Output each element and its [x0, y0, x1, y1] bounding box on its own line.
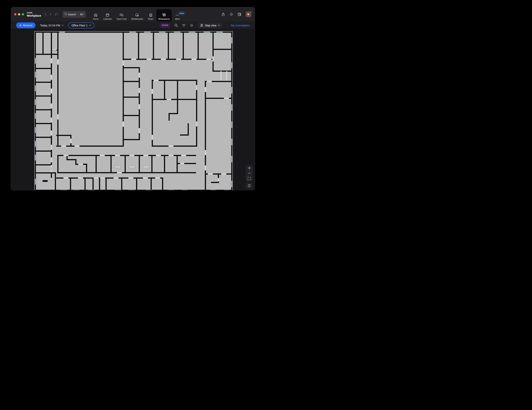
floor-plan-svg[interactable]	[35, 31, 232, 190]
chevron-down-icon	[62, 25, 64, 26]
zoom-out-button[interactable]	[246, 171, 253, 176]
tab-whiteboards[interactable]: Whiteboards	[129, 11, 145, 21]
brand-zoom: zoom	[27, 12, 41, 14]
new-badge: NEW	[178, 12, 186, 15]
tab-notes[interactable]: Notes	[146, 11, 156, 21]
fit-screen-button[interactable]	[246, 176, 253, 181]
admin-badge: ADMIN	[160, 24, 170, 27]
history-icon[interactable]	[55, 13, 58, 16]
notes-icon	[149, 13, 153, 17]
chevron-down-icon	[218, 25, 220, 26]
map-view-dropdown[interactable]: Map view	[198, 22, 222, 28]
refresh-button[interactable]	[246, 182, 253, 189]
datetime-dropdown[interactable]: Today, 01:54 PM	[40, 24, 64, 27]
global-search-input[interactable]: Search ⌘F	[63, 11, 86, 18]
avatar[interactable]: K	[246, 11, 251, 17]
notifications-bell-icon[interactable]	[229, 12, 233, 16]
home-icon	[94, 13, 98, 17]
tab-home[interactable]: Home	[91, 11, 101, 21]
window-controls	[14, 13, 24, 16]
filter-icon[interactable]	[182, 24, 186, 27]
schedule-calendar-icon[interactable]	[237, 12, 242, 16]
map-pin-icon	[200, 23, 203, 27]
zoom-workplace-logo: zoom Workplace	[27, 12, 41, 17]
chevron-down-icon	[89, 25, 91, 26]
map-zoom-controls	[246, 165, 253, 181]
my-reservations-link[interactable]: My reservations	[231, 24, 250, 27]
main-navigation: Home Calendar Team Chat	[91, 7, 182, 21]
reserve-button[interactable]: Reserve	[16, 22, 36, 28]
minimize-window-button[interactable]	[18, 13, 20, 16]
brand-workplace: Workplace	[27, 14, 41, 17]
search-shortcut: ⌘F	[80, 13, 84, 16]
maximize-window-button[interactable]	[22, 13, 24, 16]
chat-icon	[119, 13, 124, 17]
map-search-icon[interactable]	[174, 23, 178, 27]
desktop: zoom Workplace Search ⌘F	[0, 0, 266, 205]
zoom-in-button[interactable]	[246, 165, 253, 171]
forward-icon[interactable]	[49, 13, 52, 16]
search-icon	[64, 13, 67, 16]
titlebar: zoom Workplace Search ⌘F	[11, 7, 255, 21]
tab-calendar[interactable]: Calendar	[102, 11, 114, 21]
tab-more[interactable]: More NEW	[172, 11, 182, 21]
avatar-initial: K	[247, 13, 249, 16]
back-icon[interactable]	[44, 13, 47, 16]
map-refresh-control	[246, 182, 253, 189]
zoom-workplace-window: zoom Workplace Search ⌘F	[11, 7, 255, 190]
workspaces-icon	[162, 13, 166, 17]
floor-selector-dropdown[interactable]: Office Floor 1	[68, 22, 95, 29]
map-canvas[interactable]	[11, 29, 255, 190]
calendar-icon	[106, 13, 110, 17]
workspaces-toolbar: Reserve Today, 01:54 PM Office Floor 1 A…	[11, 21, 255, 29]
close-window-button[interactable]	[14, 13, 16, 16]
tab-workspaces[interactable]: Workspaces	[156, 9, 171, 21]
tab-team-chat[interactable]: Team Chat	[114, 11, 128, 21]
connect-device-icon[interactable]	[221, 12, 225, 16]
whiteboard-icon	[135, 13, 139, 17]
toolbar-bell-icon[interactable]	[190, 23, 193, 27]
plus-icon	[19, 24, 22, 27]
presence-dot	[250, 11, 252, 13]
search-placeholder: Search	[68, 13, 79, 16]
floor-plan[interactable]	[34, 31, 233, 190]
